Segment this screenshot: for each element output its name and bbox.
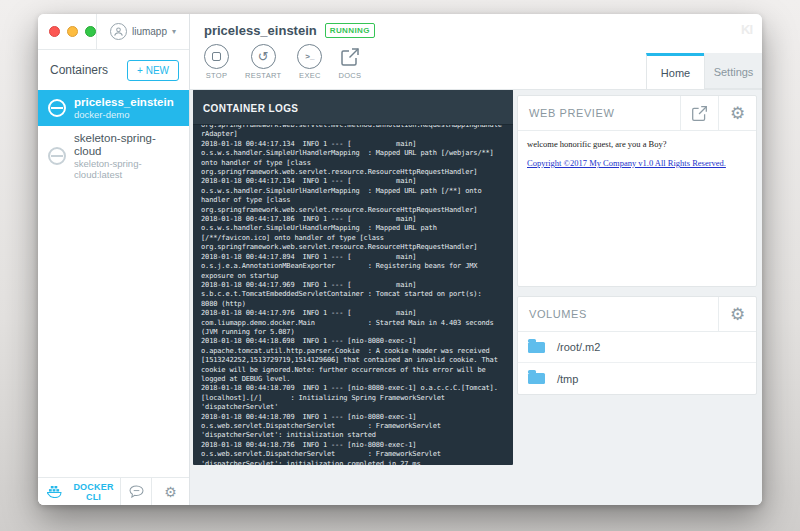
whale-icon xyxy=(47,486,62,498)
web-preview-frame: welcome honorific guest, are you a Boy? … xyxy=(518,131,756,286)
tab-bar: Home Settings xyxy=(646,53,762,89)
sidebar-item-priceless-einstein[interactable]: priceless_einstein docker-demo xyxy=(38,90,189,126)
main-content: CONTAINER LOGS org.springframework.web.s… xyxy=(190,90,762,505)
zoom-window-button[interactable] xyxy=(85,26,96,37)
tab-home[interactable]: Home xyxy=(646,53,704,89)
restart-label: RESTART xyxy=(245,71,281,80)
volume-path: /tmp xyxy=(557,373,578,385)
titlebar: liumapp ▾ xyxy=(38,14,189,50)
gear-icon: ⚙ xyxy=(164,485,177,499)
log-output[interactable]: org.springframework.web.servlet.mvc.meth… xyxy=(193,125,513,465)
open-preview-button[interactable] xyxy=(680,96,718,130)
close-window-button[interactable] xyxy=(49,26,60,37)
web-preview-header: WEB PREVIEW ⚙ xyxy=(518,96,756,131)
folder-icon xyxy=(528,373,545,384)
container-image: docker-demo xyxy=(74,109,174,120)
container-logs-panel: CONTAINER LOGS org.springframework.web.s… xyxy=(193,90,513,465)
tab-settings[interactable]: Settings xyxy=(704,53,762,89)
user-menu[interactable]: liumapp ▾ xyxy=(96,14,189,49)
chevron-down-icon: ▾ xyxy=(172,27,176,36)
username-label: liumapp xyxy=(132,26,167,37)
gear-icon: ⚙ xyxy=(730,105,745,122)
docker-cli-button[interactable]: DOCKER CLI xyxy=(38,478,120,505)
right-column: WEB PREVIEW ⚙ welcome honorific guest, a… xyxy=(517,90,757,505)
volume-row-root-m2[interactable]: /root/.m2 xyxy=(518,332,756,363)
container-name: skeleton-spring-cloud xyxy=(74,132,183,158)
external-link-icon xyxy=(691,105,708,122)
volumes-title: VOLUMES xyxy=(518,308,718,320)
docs-label: DOCS xyxy=(338,71,361,80)
container-icon xyxy=(48,99,66,117)
app-window: liumapp ▾ Containers + NEW priceless_ein… xyxy=(38,14,762,505)
container-image: skeleton-spring-cloud:latest xyxy=(74,158,183,180)
web-preview-title: WEB PREVIEW xyxy=(518,107,680,119)
containers-title: Containers xyxy=(50,63,108,77)
docker-cli-label: DOCKER CLI xyxy=(67,482,120,502)
external-link-icon xyxy=(340,44,360,69)
preview-greeting: welcome honorific guest, are you a Boy? xyxy=(527,139,747,149)
gear-icon: ⚙ xyxy=(730,306,745,323)
container-name: priceless_einstein xyxy=(74,96,174,109)
folder-icon xyxy=(528,342,545,353)
restart-icon: ↺ xyxy=(251,44,276,69)
user-avatar-icon xyxy=(110,23,127,40)
volume-path: /root/.m2 xyxy=(557,341,600,353)
kitematic-logo: KI xyxy=(741,22,752,37)
docs-button[interactable]: DOCS xyxy=(338,44,361,80)
sidebar-settings-button[interactable]: ⚙ xyxy=(151,478,189,505)
volume-row-tmp[interactable]: /tmp xyxy=(518,363,756,394)
stop-label: STOP xyxy=(206,71,227,80)
container-logs-title: CONTAINER LOGS xyxy=(203,103,298,114)
container-icon xyxy=(48,147,66,165)
feedback-button[interactable] xyxy=(120,478,151,505)
exec-label: EXEC xyxy=(299,71,321,80)
stop-button[interactable]: STOP xyxy=(204,44,229,80)
sidebar-footer: DOCKER CLI ⚙ xyxy=(38,477,189,505)
main-panel: priceless_einstein RUNNING KI STOP ↺ RES… xyxy=(190,14,762,505)
main-header: priceless_einstein RUNNING KI STOP ↺ RES… xyxy=(190,14,762,90)
preview-settings-button[interactable]: ⚙ xyxy=(718,96,756,130)
chat-bubble-icon xyxy=(129,485,144,498)
traffic-lights xyxy=(38,26,96,37)
log-text: org.springframework.web.servlet.mvc.meth… xyxy=(201,125,505,465)
web-preview-card: WEB PREVIEW ⚙ welcome honorific guest, a… xyxy=(517,95,757,287)
page-title: priceless_einstein xyxy=(204,23,317,38)
status-badge: RUNNING xyxy=(325,23,375,38)
exec-button[interactable]: >_ EXEC xyxy=(297,44,322,80)
new-container-button[interactable]: + NEW xyxy=(127,60,179,81)
restart-button[interactable]: ↺ RESTART xyxy=(245,44,281,80)
containers-header: Containers + NEW xyxy=(38,50,189,90)
volumes-header: VOLUMES ⚙ xyxy=(518,297,756,332)
preview-copyright-link[interactable]: Copyright ©2017 My Company v1.0 All Righ… xyxy=(527,158,726,168)
stop-icon xyxy=(204,44,229,69)
terminal-icon: >_ xyxy=(297,44,322,69)
volumes-card: VOLUMES ⚙ /root/.m2 /tmp xyxy=(517,296,757,395)
sidebar-item-skeleton-spring-cloud[interactable]: skeleton-spring-cloud skeleton-spring-cl… xyxy=(38,126,189,186)
sidebar: liumapp ▾ Containers + NEW priceless_ein… xyxy=(38,14,190,505)
container-logs-header: CONTAINER LOGS xyxy=(193,90,513,125)
volumes-settings-button[interactable]: ⚙ xyxy=(718,297,756,331)
container-list: priceless_einstein docker-demo skeleton-… xyxy=(38,90,189,477)
minimize-window-button[interactable] xyxy=(67,26,78,37)
